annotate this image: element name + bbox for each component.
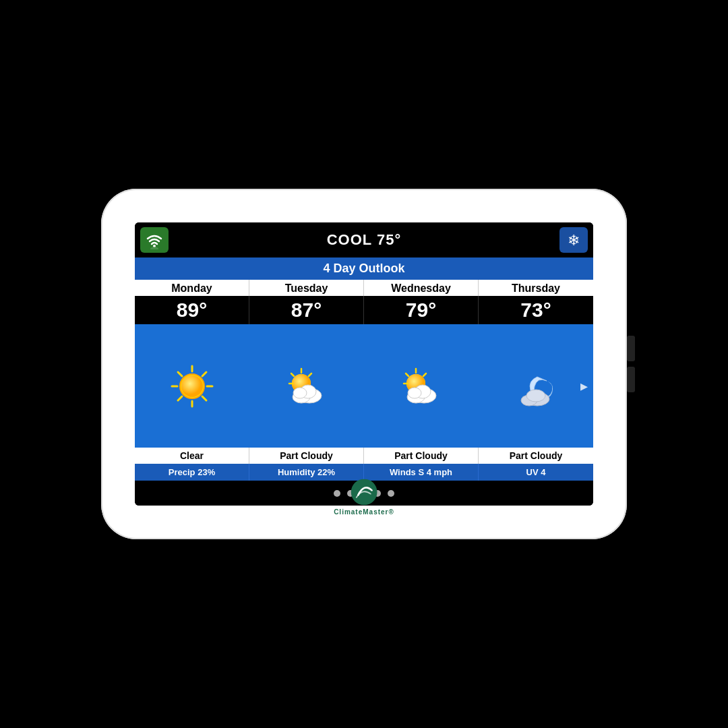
day-wednesday: Wednesday [364, 280, 479, 296]
mode-label: COOL 75° [327, 231, 402, 249]
thermostat-screen: COOL 75° ❄ 4 Day Outlook Monday Tuesday … [135, 222, 593, 506]
svg-line-29 [423, 373, 426, 376]
wifi-icon [140, 227, 169, 253]
icon-thursday: ▸ [479, 324, 593, 448]
icons-row: ▸ [135, 324, 593, 448]
condition-wednesday: Part Cloudy [364, 448, 479, 464]
stat-uv: UV 4 [479, 464, 593, 481]
condition-thursday: Part Cloudy [479, 448, 593, 464]
next-arrow[interactable]: ▸ [580, 377, 588, 395]
temp-tuesday: 87° [249, 296, 364, 324]
svg-point-23 [293, 388, 307, 398]
temp-wednesday: 79° [364, 296, 479, 324]
svg-point-13 [181, 375, 203, 397]
svg-line-19 [309, 373, 311, 376]
temp-monday: 89° [135, 296, 249, 324]
brand-area: ClimateMaster® [334, 477, 394, 520]
brand-logo-svg [349, 477, 379, 507]
condition-tuesday: Part Cloudy [249, 448, 364, 464]
icon-tuesday [249, 324, 364, 448]
svg-line-18 [291, 373, 294, 376]
svg-line-10 [202, 372, 206, 376]
day-thursday: Thursday [479, 280, 593, 296]
side-button-top[interactable] [627, 336, 635, 361]
svg-point-33 [408, 388, 421, 398]
icon-monday [135, 324, 249, 448]
svg-line-9 [202, 396, 206, 400]
stat-precip: Precip 23% [135, 464, 249, 481]
outlook-banner: 4 Day Outlook [135, 257, 593, 280]
day-monday: Monday [135, 280, 249, 296]
conditions-row: Clear Part Cloudy Part Cloudy Part Cloud… [135, 448, 593, 464]
side-buttons [627, 336, 635, 392]
brand-name-label: ClimateMaster® [334, 508, 394, 520]
temps-row: 89° 87° 79° 73° [135, 296, 593, 324]
svg-text:❄: ❄ [568, 232, 580, 249]
day-tuesday: Tuesday [249, 280, 364, 296]
icon-wednesday [364, 324, 479, 448]
top-bar: COOL 75° ❄ [135, 222, 593, 257]
svg-line-28 [406, 373, 408, 376]
side-button-bottom[interactable] [627, 367, 635, 392]
svg-line-11 [178, 396, 182, 400]
cool-icon[interactable]: ❄ [559, 227, 588, 253]
device: COOL 75° ❄ 4 Day Outlook Monday Tuesday … [101, 189, 627, 539]
temp-thursday: 73° [479, 296, 593, 324]
svg-line-8 [178, 372, 182, 376]
condition-monday: Clear [135, 448, 249, 464]
days-row: Monday Tuesday Wednesday Thursday [135, 280, 593, 296]
svg-point-1 [150, 247, 158, 249]
svg-point-36 [526, 390, 545, 402]
